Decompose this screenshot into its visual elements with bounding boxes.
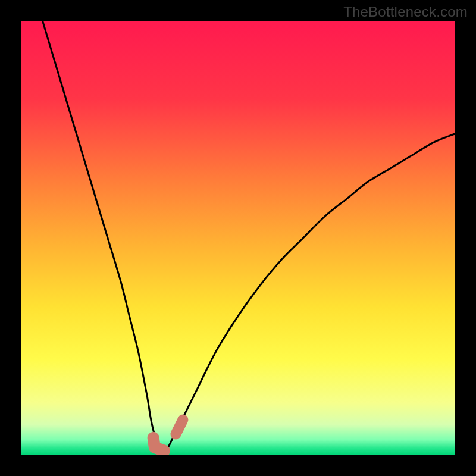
marker-left-cluster — [154, 438, 164, 451]
plot-area — [21, 21, 455, 455]
bottleneck-curve — [21, 21, 455, 455]
chart-frame: TheBottleneck.com — [0, 0, 476, 476]
marker-right-dash — [176, 420, 183, 434]
watermark-text: TheBottleneck.com — [343, 4, 468, 20]
